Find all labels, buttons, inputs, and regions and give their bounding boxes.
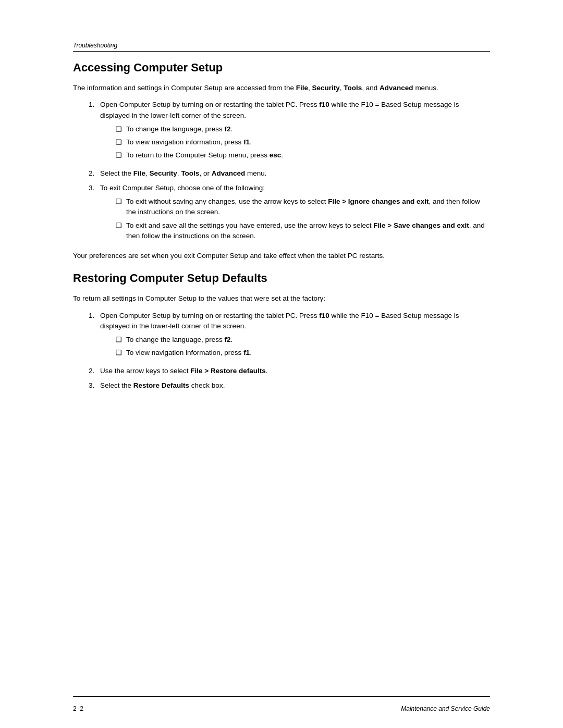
section1-step2: 2. Select the File, Security, Tools, or … xyxy=(89,168,490,179)
section1-step1: 1. Open Computer Setup by turning on or … xyxy=(89,100,490,164)
s2-step1-bullets: To change the language, press f2. To vie… xyxy=(100,335,490,359)
section1-steps: 1. Open Computer Setup by turning on or … xyxy=(73,100,490,244)
s2-step1-number: 1. xyxy=(89,311,100,362)
bullet-item: To exit and save all the settings you ha… xyxy=(116,220,490,242)
bullet-item: To view navigation information, press f1… xyxy=(116,137,490,147)
section2-steps: 1. Open Computer Setup by turning on or … xyxy=(73,311,490,391)
s2-step1-content: Open Computer Setup by turning on or res… xyxy=(100,311,490,362)
page: Troubleshooting Accessing Computer Setup… xyxy=(0,0,563,728)
section1-title: Accessing Computer Setup xyxy=(73,61,490,75)
step1-content: Open Computer Setup by turning on or res… xyxy=(100,100,490,164)
step3-content: To exit Computer Setup, choose one of th… xyxy=(100,183,490,244)
section1-step3: 3. To exit Computer Setup, choose one of… xyxy=(89,183,490,244)
step2-content: Select the File, Security, Tools, or Adv… xyxy=(100,168,490,179)
section2-title: Restoring Computer Setup Defaults xyxy=(73,272,490,285)
section1-intro: The information and settings in Computer… xyxy=(73,83,490,93)
s2-step3-content: Select the Restore Defaults check box. xyxy=(100,380,490,391)
footer-rule xyxy=(73,696,490,697)
s2-step2-content: Use the arrow keys to select File > Rest… xyxy=(100,366,490,376)
section2-intro: To return all settings in Computer Setup… xyxy=(73,293,490,304)
s2-step3-number: 3. xyxy=(89,380,100,391)
step3-number: 3. xyxy=(89,183,100,244)
breadcrumb: Troubleshooting xyxy=(73,42,490,51)
section2-step3: 3. Select the Restore Defaults check box… xyxy=(89,380,490,391)
footer-page-number: 2–2 xyxy=(73,705,83,712)
header-rule: Troubleshooting xyxy=(73,42,490,52)
footer-guide-title: Maintenance and Service Guide xyxy=(401,705,490,712)
section1-closing: Your preferences are set when you exit C… xyxy=(73,251,490,261)
section2-step2: 2. Use the arrow keys to select File > R… xyxy=(89,366,490,376)
bullet-item: To exit without saving any changes, use … xyxy=(116,196,490,218)
s2-step2-number: 2. xyxy=(89,366,100,376)
header-section: Troubleshooting xyxy=(0,42,563,52)
main-content: Accessing Computer Setup The information… xyxy=(0,61,563,391)
bullet-item: To change the language, press f2. xyxy=(116,124,490,134)
step2-number: 2. xyxy=(89,168,100,179)
footer: 2–2 Maintenance and Service Guide xyxy=(73,705,490,712)
bullet-item: To view navigation information, press f1… xyxy=(116,348,490,358)
step1-number: 1. xyxy=(89,100,100,164)
step3-bullets: To exit without saving any changes, use … xyxy=(100,196,490,241)
step1-bullets: To change the language, press f2. To vie… xyxy=(100,124,490,161)
section2-step1: 1. Open Computer Setup by turning on or … xyxy=(89,311,490,362)
bullet-item: To change the language, press f2. xyxy=(116,335,490,345)
bullet-item: To return to the Computer Setup menu, pr… xyxy=(116,150,490,161)
